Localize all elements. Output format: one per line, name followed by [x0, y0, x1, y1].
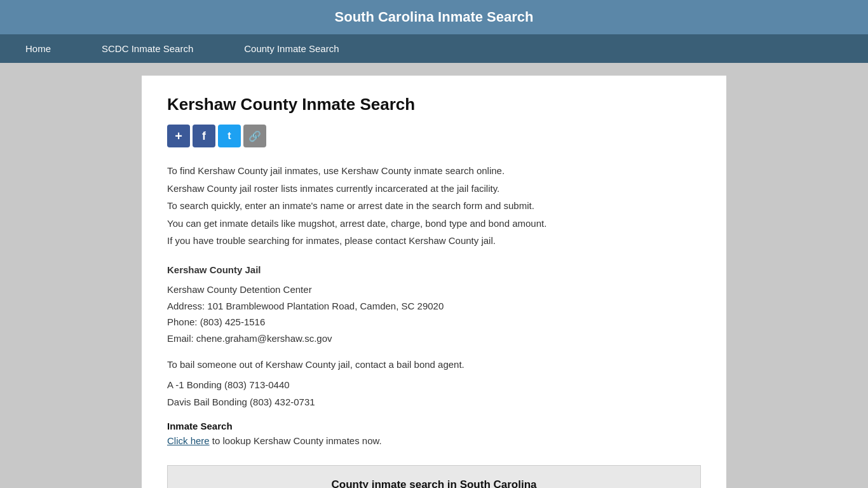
- click-here-link[interactable]: Click here: [167, 435, 210, 446]
- county-search-title: County inmate search in South Carolina: [187, 478, 681, 489]
- link-icon[interactable]: 🔗: [243, 125, 266, 147]
- page-wrapper: Kershaw County Inmate Search + f t 🔗 To …: [0, 63, 868, 488]
- lookup-suffix: to lookup Kershaw County inmates now.: [210, 435, 382, 446]
- site-title: South Carolina Inmate Search: [335, 9, 534, 25]
- intro-line-2: Kershaw County jail roster lists inmates…: [167, 180, 701, 197]
- bail-info-block: To bail someone out of Kershaw County ja…: [167, 356, 701, 410]
- facebook-icon[interactable]: f: [193, 125, 215, 147]
- intro-text: To find Kershaw County jail inmates, use…: [167, 163, 701, 249]
- bail-bond-2: Davis Bail Bonding (803) 432-0731: [167, 394, 701, 410]
- page-title: Kershaw County Inmate Search: [167, 95, 701, 114]
- bail-bond-1: A -1 Bonding (803) 713-0440: [167, 377, 701, 393]
- inmate-search-section: Inmate Search Click here to lookup Kersh…: [167, 421, 701, 446]
- jail-address: Address: 101 Bramblewood Plantation Road…: [167, 298, 701, 315]
- share-icon[interactable]: +: [167, 125, 190, 147]
- nav-county[interactable]: County Inmate Search: [219, 34, 364, 63]
- nav-home[interactable]: Home: [0, 34, 76, 63]
- intro-line-3: To search quickly, enter an inmate's nam…: [167, 198, 701, 214]
- lookup-line: Click here to lookup Kershaw County inma…: [167, 435, 701, 446]
- content-area: Kershaw County Inmate Search + f t 🔗 To …: [142, 76, 726, 488]
- main-nav: Home SCDC Inmate Search County Inmate Se…: [0, 34, 868, 63]
- intro-line-1: To find Kershaw County jail inmates, use…: [167, 163, 701, 179]
- twitter-icon[interactable]: t: [218, 125, 241, 147]
- intro-line-5: If you have trouble searching for inmate…: [167, 233, 701, 249]
- jail-info-block: Kershaw County Jail Kershaw County Deten…: [167, 262, 701, 347]
- inmate-search-heading: Inmate Search: [167, 421, 701, 431]
- nav-scdc[interactable]: SCDC Inmate Search: [76, 34, 219, 63]
- intro-line-4: You can get inmate details like mugshot,…: [167, 215, 701, 232]
- county-search-box: County inmate search in South Carolina A…: [167, 465, 701, 489]
- jail-phone: Phone: (803) 425-1516: [167, 314, 701, 330]
- site-header: South Carolina Inmate Search: [0, 0, 868, 34]
- jail-email: Email: chene.graham@kershaw.sc.gov: [167, 330, 701, 347]
- social-icons: + f t 🔗: [167, 125, 701, 147]
- bail-text: To bail someone out of Kershaw County ja…: [167, 356, 701, 373]
- jail-name: Kershaw County Detention Center: [167, 281, 701, 298]
- jail-heading: Kershaw County Jail: [167, 262, 701, 278]
